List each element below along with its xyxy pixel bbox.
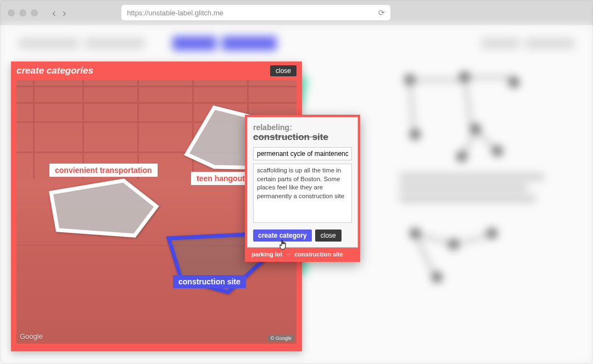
- close-window-icon[interactable]: [8, 9, 15, 16]
- annotation-label-construction[interactable]: construction site: [173, 275, 246, 288]
- url-text: https://unstable-label.glitch.me: [127, 9, 223, 17]
- create-category-button[interactable]: create category: [253, 229, 312, 242]
- category-breadcrumb: parking lot → construction site: [247, 248, 358, 260]
- browser-chrome: ‹ › https://unstable-label.glitch.me ⟳: [0, 0, 593, 25]
- relabel-heading: relabeling:: [253, 123, 352, 132]
- new-label-input[interactable]: [253, 147, 352, 160]
- dialog-close-button[interactable]: close: [315, 229, 342, 242]
- minimize-window-icon[interactable]: [19, 9, 26, 16]
- panel-title: create categories: [16, 65, 93, 76]
- panel-close-button[interactable]: close: [270, 65, 296, 76]
- annotation-label-convenient[interactable]: convienient transportation: [49, 164, 158, 177]
- relabel-dialog: relabeling: construction site create cat…: [245, 115, 360, 262]
- url-bar[interactable]: https://unstable-label.glitch.me ⟳: [121, 5, 390, 20]
- google-copyright: © Google: [268, 335, 294, 341]
- google-attribution: Google: [20, 332, 43, 340]
- forward-icon[interactable]: ›: [63, 7, 66, 19]
- svg-marker-1: [51, 181, 156, 236]
- nav-arrows: ‹ ›: [49, 7, 69, 19]
- back-icon[interactable]: ‹: [52, 7, 56, 19]
- description-textarea[interactable]: [253, 164, 352, 223]
- relabel-old-label: construction site: [253, 132, 352, 143]
- breadcrumb-to: construction site: [294, 251, 343, 257]
- maximize-window-icon[interactable]: [31, 9, 38, 16]
- refresh-icon[interactable]: ⟳: [378, 8, 385, 17]
- annotation-polygon-convenient[interactable]: [47, 176, 162, 244]
- arrow-right-icon: →: [286, 251, 291, 257]
- breadcrumb-from: parking lot: [251, 251, 282, 257]
- window-controls: [8, 9, 38, 16]
